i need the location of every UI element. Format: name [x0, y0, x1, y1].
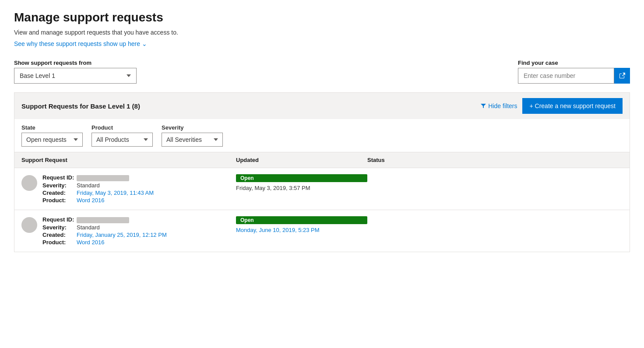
severity-label-1: Severity:: [42, 224, 74, 231]
updated-col-1: Open Monday, June 10, 2019, 5:23 PM: [236, 216, 367, 233]
page-title: Manage support requests: [14, 11, 630, 25]
product-label-0: Product:: [42, 197, 74, 204]
chevron-down-icon: ⌄: [142, 40, 147, 47]
severity-value-0: Standard: [77, 182, 100, 189]
product-filter-dropdown[interactable]: All Products: [91, 133, 153, 147]
state-filter-dropdown[interactable]: Open requests: [21, 133, 83, 147]
external-link-icon: [619, 72, 626, 79]
col-status: Status: [367, 157, 623, 163]
severity-chevron-icon: [214, 138, 218, 141]
created-value-1[interactable]: Friday, January 25, 2019, 12:12 PM: [77, 232, 167, 238]
product-filter-value: All Products: [96, 136, 129, 143]
top-filters-row: Show support requests from Base Level 1 …: [14, 60, 630, 84]
request-left-0: Request ID: Severity: Standard Created: …: [21, 174, 236, 204]
column-headers: Support Request Updated Status: [14, 152, 630, 168]
product-filter-label: Product: [91, 124, 153, 131]
show-from-label: Show support requests from: [14, 60, 137, 66]
request-details-1: Request ID: Severity: Standard Created: …: [42, 216, 167, 246]
avatar-0: [21, 175, 37, 191]
find-case-button[interactable]: [614, 68, 630, 84]
severity-filter-label: Severity: [162, 124, 223, 131]
filter-icon: [480, 103, 486, 109]
severity-row-0: Severity: Standard: [42, 182, 154, 189]
state-filter-label: State: [21, 124, 83, 131]
product-row-0: Product: Word 2016: [42, 197, 154, 204]
show-from-dropdown[interactable]: Base Level 1: [14, 68, 137, 84]
see-why-link[interactable]: See why these support requests show up h…: [14, 40, 147, 47]
product-value-1[interactable]: Word 2016: [77, 239, 104, 246]
product-filter-group: Product All Products: [91, 124, 153, 147]
table-rows-container: Request ID: Severity: Standard Created: …: [14, 168, 630, 252]
avatar-1: [21, 217, 37, 233]
updated-col-0: Open Friday, May 3, 2019, 3:57 PM: [236, 174, 367, 191]
col-updated: Updated: [236, 157, 367, 163]
request-id-row-1: Request ID:: [42, 216, 167, 223]
severity-row-1: Severity: Standard: [42, 224, 167, 231]
request-details-0: Request ID: Severity: Standard Created: …: [42, 174, 154, 204]
table-title: Support Requests for Base Level 1 (8): [21, 102, 140, 110]
page-subtitle: View and manage support requests that yo…: [14, 29, 630, 36]
request-left-1: Request ID: Severity: Standard Created: …: [21, 216, 236, 246]
severity-filter-dropdown[interactable]: All Severities: [162, 133, 223, 147]
status-badge-0: Open: [236, 174, 367, 182]
find-case-label: Find your case: [518, 60, 630, 66]
header-actions: Hide filters + Create a new support requ…: [480, 98, 623, 114]
find-case-input[interactable]: [518, 68, 614, 84]
create-support-request-button[interactable]: + Create a new support request: [522, 98, 623, 114]
updated-date-0: Friday, May 3, 2019, 3:57 PM: [236, 185, 367, 191]
created-row-0: Created: Friday, May 3, 2019, 11:43 AM: [42, 190, 154, 196]
show-from-value: Base Level 1: [20, 72, 55, 79]
product-value-0[interactable]: Word 2016: [77, 197, 104, 204]
created-value-0[interactable]: Friday, May 3, 2019, 11:43 AM: [77, 190, 154, 196]
table-row: Request ID: Severity: Standard Created: …: [14, 210, 630, 252]
state-filter-value: Open requests: [26, 136, 67, 143]
request-id-label-0: Request ID:: [42, 174, 74, 181]
status-badge-1: Open: [236, 216, 367, 224]
request-id-value-1: [77, 217, 129, 223]
state-filter-group: State Open requests: [21, 124, 83, 147]
request-id-row-0: Request ID:: [42, 174, 154, 181]
severity-label-0: Severity:: [42, 182, 74, 189]
product-label-1: Product:: [42, 239, 74, 246]
severity-filter-value: All Severities: [166, 136, 202, 143]
filter-bar: State Open requests Product All Products…: [14, 119, 630, 152]
request-id-value-0: [77, 175, 129, 181]
created-label-1: Created:: [42, 232, 74, 238]
product-chevron-icon: [144, 138, 148, 141]
col-support-request: Support Request: [21, 157, 236, 163]
show-from-chevron-icon: [127, 74, 131, 77]
table-header-bar: Support Requests for Base Level 1 (8) Hi…: [14, 92, 630, 119]
state-chevron-icon: [74, 138, 78, 141]
request-id-label-1: Request ID:: [42, 216, 74, 223]
find-case-group: Find your case: [518, 60, 630, 84]
created-row-1: Created: Friday, January 25, 2019, 12:12…: [42, 232, 167, 238]
created-label-0: Created:: [42, 190, 74, 196]
updated-date-1[interactable]: Monday, June 10, 2019, 5:23 PM: [236, 227, 367, 233]
severity-filter-group: Severity All Severities: [162, 124, 223, 147]
severity-value-1: Standard: [77, 224, 100, 231]
find-case-input-row: [518, 68, 630, 84]
hide-filters-button[interactable]: Hide filters: [480, 102, 517, 109]
product-row-1: Product: Word 2016: [42, 239, 167, 246]
table-row: Request ID: Severity: Standard Created: …: [14, 168, 630, 210]
show-from-filter-group: Show support requests from Base Level 1: [14, 60, 137, 84]
